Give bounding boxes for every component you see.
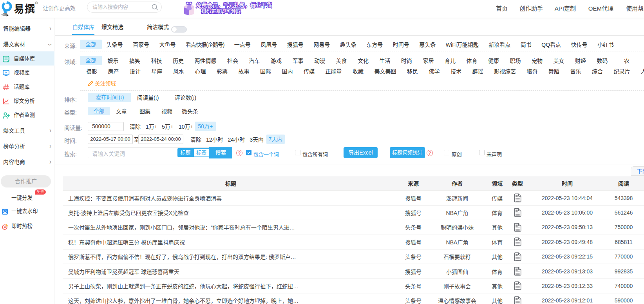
- svg-text:R: R: [36, 2, 37, 4]
- svg-text:扫码进群即可领取: 扫码进群即可领取: [201, 8, 241, 14]
- svg-text:易撰: 易撰: [14, 3, 36, 15]
- svg-text:免费会员，千元礼包，行业干货: 免费会员，千元礼包，行业干货: [196, 2, 272, 8]
